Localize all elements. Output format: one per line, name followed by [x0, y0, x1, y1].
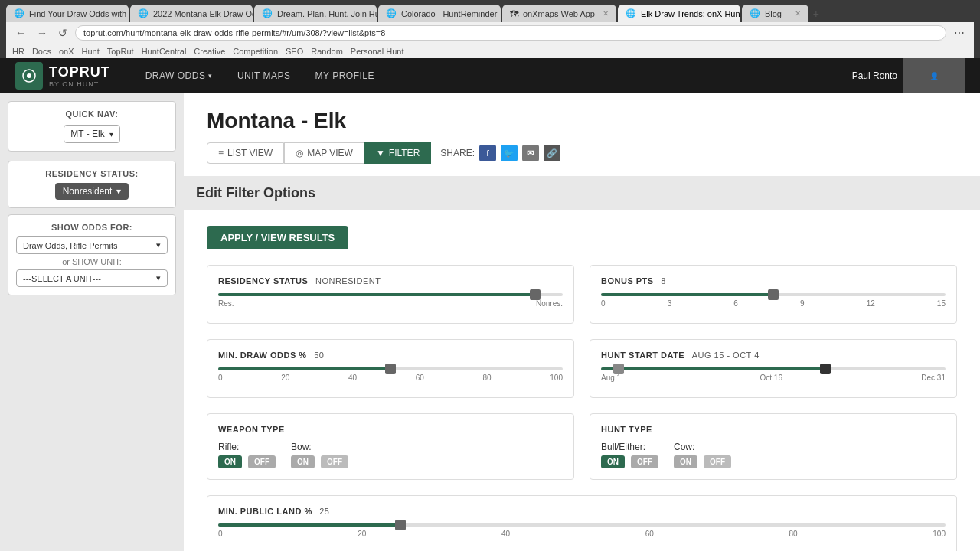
quick-nav-section: QUICK NAV: MT - Elk ▾ [8, 101, 176, 152]
bonus-thumb[interactable] [768, 289, 779, 300]
draw-odds-20: 20 [281, 373, 289, 382]
show-odds-select[interactable]: Draw Odds, Rifle Permits ▾ [16, 236, 168, 254]
back-button[interactable]: ← [12, 25, 29, 41]
bookmark-hr[interactable]: HR [12, 47, 24, 56]
facebook-share-icon[interactable]: f [479, 145, 496, 161]
bookmark-toprut[interactable]: TopRut [107, 47, 134, 56]
tab-favicon: 🌐 [386, 8, 397, 18]
bull-off-button[interactable]: OFF [631, 455, 658, 468]
reload-button[interactable]: ↺ [55, 25, 70, 41]
cow-toggle-group: ON OFF [674, 455, 731, 468]
public-land-value: 25 [319, 507, 329, 516]
residency-filter-title: RESIDENCY STATUS Nonresident [218, 276, 563, 285]
bonus-labels: 0 3 6 9 12 15 [601, 299, 946, 308]
weapon-grid: Rifle: ON OFF Bow: ON OFF [218, 442, 563, 468]
bookmark-creative[interactable]: Creative [194, 47, 225, 56]
quick-nav-select[interactable]: MT - Elk ▾ [64, 125, 119, 143]
rifle-off-button[interactable]: OFF [248, 455, 276, 468]
browser-tab-7[interactable]: 🌐 Blog - ✕ [742, 5, 808, 22]
logo-icon [15, 62, 43, 90]
nav-draw-odds[interactable]: DRAW ODDS ▾ [133, 58, 225, 93]
bull-on-button[interactable]: ON [601, 455, 625, 468]
bookmark-huntcentral[interactable]: HuntCentral [142, 47, 187, 56]
nav-unit-maps[interactable]: UNIT MAPS [225, 58, 303, 93]
hunt-date-oct16: Oct 16 [760, 373, 782, 382]
address-bar[interactable]: toprut.com/hunt/montana-elk-draw-odds-ri… [75, 25, 946, 41]
tab-filter[interactable]: ▼ FILTER [364, 142, 431, 164]
main-nav: DRAW ODDS ▾ UNIT MAPS MY PROFILE [133, 58, 852, 93]
bow-on-button[interactable]: ON [291, 455, 315, 468]
residency-btn-container: Nonresident ▾ [16, 183, 168, 200]
browser-tab-4[interactable]: 🌐 Colorado - HuntReminder ✕ [378, 5, 501, 22]
hunt-date-track [601, 367, 946, 370]
filter-label: FILTER [389, 148, 420, 158]
filter-header: Edit Filter Options [184, 176, 980, 210]
tab-favicon: 🌐 [262, 8, 273, 18]
browser-tab-2[interactable]: 🌐 2022 Montana Elk Draw Odds... ✕ [130, 5, 253, 22]
bow-label: Bow: [291, 442, 348, 452]
browser-tab-3[interactable]: 🌐 Dream. Plan. Hunt. Join Hunt... ✕ [254, 5, 377, 22]
show-odds-value: Draw Odds, Rifle Permits [23, 241, 117, 250]
extensions-button[interactable]: ⋯ [951, 25, 968, 41]
public-land-80: 80 [789, 530, 798, 538]
hunt-date-thumb-right[interactable] [820, 364, 831, 374]
or-text: or SHOW UNIT: [16, 257, 168, 266]
public-land-100: 100 [933, 530, 946, 538]
residency-thumb[interactable] [530, 289, 541, 300]
bookmark-onx[interactable]: onX [59, 47, 74, 56]
draw-odds-value: 50 [314, 350, 324, 360]
bonus-pts-slider: 0 3 6 9 12 15 [601, 293, 946, 308]
forward-button[interactable]: → [34, 25, 51, 41]
hunt-date-thumb-left[interactable] [613, 364, 624, 374]
filter-icon: ▼ [376, 148, 385, 158]
tab-close[interactable]: ✕ [795, 9, 801, 18]
bookmark-hunt[interactable]: Hunt [82, 47, 100, 56]
nav-my-profile[interactable]: MY PROFILE [303, 58, 387, 93]
cow-on-button[interactable]: ON [674, 455, 697, 468]
bonus-pts-value: 8 [661, 276, 666, 285]
bookmark-competition[interactable]: Competition [233, 47, 278, 56]
tab-label: onXmaps Web App [523, 9, 595, 18]
bookmark-seo[interactable]: SEO [286, 47, 303, 56]
browser-tab-5[interactable]: 🗺 onXmaps Web App ✕ [502, 5, 616, 22]
bonus-label-6: 6 [733, 299, 738, 308]
draw-odds-fill [218, 367, 390, 370]
weapon-type-title: WEAPON TYPE [218, 425, 563, 434]
cow-label: Cow: [674, 442, 731, 452]
public-land-fill [218, 523, 400, 527]
bookmark-docs[interactable]: Docs [32, 47, 51, 56]
residency-button[interactable]: Nonresident ▾ [55, 183, 129, 200]
list-label: LIST VIEW [227, 148, 273, 158]
public-land-thumb[interactable] [395, 520, 406, 530]
bonus-pts-title: BONUS PTS 8 [601, 276, 946, 285]
svg-point-1 [27, 73, 31, 78]
tab-map-view[interactable]: ◎ MAP VIEW [284, 142, 364, 164]
browser-tab-1[interactable]: 🌐 Find Your Draw Odds with To... ✕ [6, 5, 129, 22]
show-unit-select[interactable]: ---SELECT A UNIT--- ▾ [16, 269, 168, 287]
logo-svg [21, 68, 37, 83]
tab-favicon: 🌐 [138, 8, 149, 18]
bonus-label-12: 12 [867, 299, 875, 308]
draw-odds-thumb[interactable] [385, 364, 396, 374]
bookmark-random[interactable]: Random [311, 47, 343, 56]
browser-tab-6[interactable]: 🌐 Elk Draw Trends: onX Hunt St... ✕ [618, 5, 740, 22]
apply-button-top[interactable]: APPLY / VIEW RESULTS [207, 226, 348, 249]
tab-list-view[interactable]: ≡ LIST VIEW [207, 142, 284, 164]
twitter-share-icon[interactable]: 🐦 [501, 145, 518, 161]
new-tab-button[interactable]: + [810, 5, 822, 22]
public-land-40: 40 [501, 530, 510, 538]
tab-label: Colorado - HuntReminder [401, 9, 497, 18]
tab-label: 2022 Montana Elk Draw Odds... [153, 9, 253, 18]
draw-odds-60: 60 [416, 373, 424, 382]
cow-off-button[interactable]: OFF [704, 455, 731, 468]
bonus-fill [601, 293, 773, 296]
email-share-icon[interactable]: ✉ [522, 145, 539, 161]
quick-nav-label: QUICK NAV: [16, 109, 168, 119]
bow-off-button[interactable]: OFF [321, 455, 348, 468]
link-share-icon[interactable]: 🔗 [544, 145, 560, 161]
tab-close[interactable]: ✕ [603, 9, 609, 18]
bonus-label-0: 0 [601, 299, 606, 308]
rifle-on-button[interactable]: ON [218, 455, 242, 468]
hunt-type-filter: HUNT TYPE Bull/Either: ON OFF Cow: ON O [590, 413, 957, 480]
bookmark-personal[interactable]: Personal Hunt [351, 47, 404, 56]
